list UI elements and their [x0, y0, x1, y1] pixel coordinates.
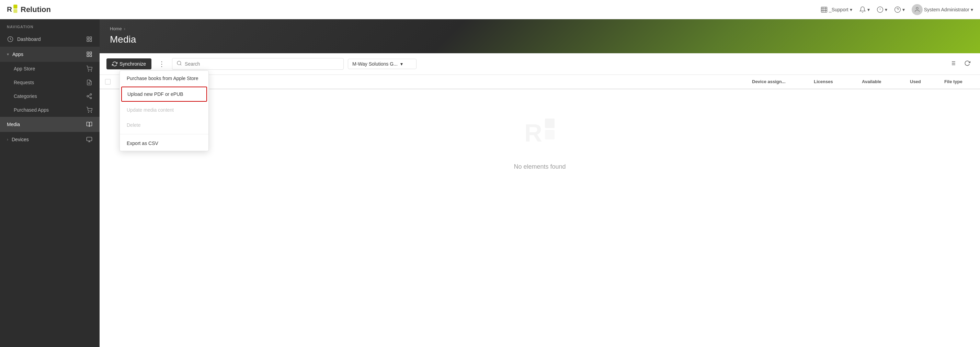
- empty-text: No elements found: [514, 163, 566, 170]
- col-file-type: File type: [939, 75, 980, 89]
- sync-button[interactable]: Synchronize: [107, 59, 151, 69]
- sidebar-media-label: Media: [7, 122, 20, 127]
- dropdown-upload-pdf[interactable]: Upload new PDF or ePUB: [121, 87, 207, 102]
- table-header: Name Device assign... Licenses Available…: [100, 75, 980, 89]
- status-menu[interactable]: ▾: [877, 6, 887, 13]
- help-chevron: ▾: [902, 7, 905, 13]
- sidebar-app-store-label: App Store: [14, 66, 35, 72]
- status-chevron: ▾: [885, 7, 887, 13]
- dropdown-purchase-books[interactable]: Purchase books from Apple Store: [120, 71, 208, 86]
- svg-rect-47: [545, 130, 555, 140]
- app-name: Relution: [21, 5, 51, 14]
- media-icon: [86, 121, 93, 128]
- search-input[interactable]: [185, 61, 339, 67]
- sidebar-item-devices[interactable]: › Devices: [0, 132, 100, 147]
- apps-chevron-icon: ▾: [7, 52, 9, 57]
- top-header: R Relution _Support ▾ ▾ ▾: [0, 0, 980, 19]
- page-header: Home › Media: [100, 19, 980, 53]
- main-layout: NAVIGATION Dashboard ▾ Apps: [0, 19, 980, 347]
- svg-rect-21: [87, 55, 89, 57]
- admin-name: System Administrator: [924, 7, 969, 13]
- col-available: Available: [856, 75, 904, 89]
- sidebar-item-requests[interactable]: Requests: [0, 76, 100, 89]
- sidebar-categories-label: Categories: [14, 94, 37, 99]
- requests-icon: [86, 79, 93, 86]
- svg-rect-1: [13, 5, 17, 8]
- breadcrumb-separator: ›: [124, 26, 125, 31]
- devices-chevron-icon: ›: [7, 137, 8, 142]
- sidebar-item-apps[interactable]: ▾ Apps: [0, 47, 100, 62]
- svg-point-29: [90, 97, 92, 99]
- sidebar-item-purchased-apps[interactable]: Purchased Apps: [0, 103, 100, 117]
- search-container: [172, 58, 344, 70]
- svg-point-32: [88, 112, 89, 113]
- svg-point-33: [91, 112, 92, 113]
- dropdown-update-media: Update media content: [120, 102, 208, 118]
- support-label: _Support: [829, 7, 848, 13]
- building-icon: [821, 6, 827, 13]
- svg-line-38: [180, 64, 181, 65]
- svg-point-11: [894, 6, 900, 13]
- sidebar-item-categories[interactable]: Categories: [0, 89, 100, 103]
- nav-section-label: NAVIGATION: [0, 19, 100, 32]
- bell-icon: [859, 6, 866, 13]
- dropdown-divider: [120, 134, 208, 134]
- dropdown-delete: Delete: [120, 118, 208, 133]
- breadcrumb: Home ›: [110, 26, 970, 31]
- user-menu[interactable]: System Administrator ▾: [912, 4, 973, 15]
- org-select[interactable]: M-Way Solutions G... ▾: [348, 59, 417, 69]
- table-area: Name Device assign... Licenses Available…: [100, 75, 980, 347]
- select-all-checkbox[interactable]: [105, 79, 111, 84]
- svg-text:R: R: [7, 5, 12, 13]
- svg-rect-20: [90, 52, 92, 54]
- svg-rect-2: [13, 9, 17, 13]
- list-view-button[interactable]: [947, 59, 959, 69]
- svg-rect-17: [87, 40, 89, 41]
- refresh-icon: [964, 60, 970, 66]
- svg-point-24: [91, 71, 92, 72]
- svg-rect-34: [87, 137, 92, 141]
- toolbar: Synchronize ⋮ Purchase books from Apple …: [100, 53, 980, 75]
- svg-point-23: [88, 71, 89, 72]
- support-menu[interactable]: _Support ▾: [821, 6, 852, 13]
- apps-grid-icon: [86, 51, 93, 58]
- page-title: Media: [110, 34, 970, 45]
- sidebar-item-media[interactable]: Media: [0, 117, 100, 132]
- refresh-button[interactable]: [961, 59, 973, 69]
- header-right: _Support ▾ ▾ ▾ ▾ S: [821, 4, 973, 15]
- circle-icon: [877, 6, 883, 13]
- col-used: Used: [904, 75, 939, 89]
- more-options-button[interactable]: ⋮: [156, 59, 168, 69]
- sidebar-devices-label: Devices: [12, 137, 29, 142]
- sync-label: Synchronize: [119, 61, 146, 67]
- col-name: Name: [116, 75, 746, 89]
- dropdown-menu: Purchase books from Apple Store Upload n…: [119, 70, 209, 151]
- sidebar-apps-label: Apps: [12, 51, 23, 57]
- notification-bell[interactable]: ▾: [859, 6, 870, 13]
- sidebar-purchased-label: Purchased Apps: [14, 107, 49, 113]
- dropdown-export-csv[interactable]: Export as CSV: [120, 136, 208, 151]
- org-chevron-icon: ▾: [400, 61, 403, 67]
- sidebar-item-app-store[interactable]: App Store: [0, 62, 100, 76]
- svg-point-27: [90, 94, 92, 96]
- empty-logo-icon: R: [523, 117, 557, 158]
- empty-state: R No elements found: [100, 89, 980, 198]
- help-menu[interactable]: ▾: [894, 6, 905, 13]
- content-area: Home › Media Synchronize ⋮ Purchase book…: [100, 19, 980, 347]
- sidebar-requests-label: Requests: [14, 80, 34, 85]
- categories-icon: [86, 93, 93, 100]
- col-checkbox[interactable]: [100, 75, 116, 89]
- sidebar-dashboard-label: Dashboard: [17, 37, 41, 42]
- sidebar: NAVIGATION Dashboard ▾ Apps: [0, 19, 100, 347]
- search-icon: [177, 60, 182, 67]
- svg-rect-16: [90, 37, 92, 38]
- svg-rect-22: [90, 55, 92, 57]
- breadcrumb-home[interactable]: Home: [110, 26, 122, 31]
- admin-chevron: ▾: [971, 7, 973, 13]
- svg-rect-3: [821, 7, 827, 12]
- devices-icon: [86, 136, 93, 143]
- avatar: [912, 4, 923, 15]
- dashboard-icon: [7, 36, 14, 43]
- sidebar-item-dashboard[interactable]: Dashboard: [0, 32, 100, 47]
- col-licenses: Licenses: [808, 75, 856, 89]
